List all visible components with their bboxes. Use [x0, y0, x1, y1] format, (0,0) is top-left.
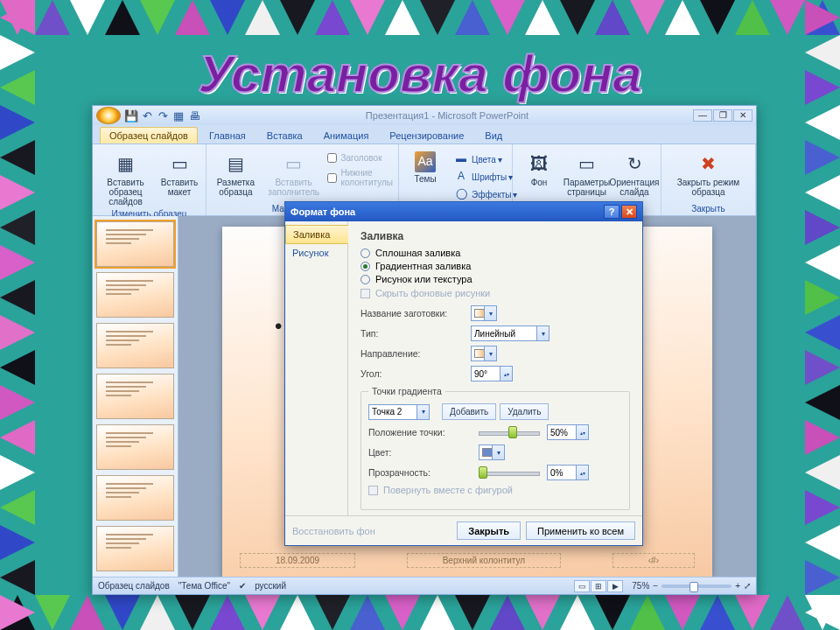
svg-marker-46: [770, 595, 805, 630]
slide-thumbnail[interactable]: [96, 374, 174, 419]
zoom-slider[interactable]: [662, 584, 732, 588]
slide-thumbnails-panel[interactable]: [93, 216, 178, 577]
transparency-spinner[interactable]: 0%▴▾: [547, 465, 589, 480]
maximize-button[interactable]: ❐: [713, 109, 732, 122]
slide-thumbnail[interactable]: [96, 221, 174, 267]
add-stop-button[interactable]: Добавить: [442, 403, 496, 420]
dialog-titlebar[interactable]: Формат фона ? ✕: [285, 202, 642, 221]
app-title: Презентация1 - Microsoft PowerPoint: [201, 110, 693, 121]
transparency-slider[interactable]: [479, 466, 540, 480]
sorter-view-button[interactable]: ⊞: [591, 580, 606, 592]
stop-combo[interactable]: Точка 2▾: [368, 404, 430, 420]
tab-view[interactable]: Вид: [475, 127, 512, 144]
window-close-button[interactable]: ✕: [733, 109, 752, 122]
position-slider[interactable]: [479, 425, 540, 439]
tab-slide-master[interactable]: Образец слайдов: [100, 127, 198, 144]
svg-marker-63: [0, 525, 35, 560]
fit-window-button[interactable]: ⤢: [744, 581, 751, 591]
apply-all-button[interactable]: Применить ко всем: [526, 522, 635, 540]
slide-thumbnail[interactable]: [96, 272, 174, 318]
type-label: Тип:: [360, 328, 464, 339]
footers-checkbox[interactable]: Нижние колонтитулы: [327, 168, 393, 187]
svg-marker-80: [805, 490, 840, 525]
dialog-footer: Восстановить фон Закрыть Применить ко вс…: [285, 515, 642, 545]
svg-marker-39: [525, 595, 560, 630]
svg-marker-40: [560, 595, 595, 630]
tab-home[interactable]: Главная: [200, 127, 256, 144]
master-layout-icon: ▤: [223, 151, 248, 176]
color-combo[interactable]: ▾: [479, 444, 505, 460]
radio-gradient-fill[interactable]: Градиентная заливка: [360, 261, 630, 271]
page-setup-button[interactable]: ▭Параметры страницы: [565, 150, 608, 199]
zoom-control: 75% − + ⤢: [632, 581, 751, 591]
angle-label: Угол:: [360, 368, 464, 379]
tab-animation[interactable]: Анимация: [314, 127, 379, 144]
effects-button[interactable]: ◯Эффекты ▾: [452, 186, 521, 202]
office-button[interactable]: [96, 107, 121, 124]
slide-thumbnail[interactable]: [96, 526, 174, 571]
radio-solid-fill[interactable]: Сплошная заливка: [360, 248, 630, 258]
normal-view-button[interactable]: ▭: [574, 580, 590, 592]
tab-review[interactable]: Рецензирование: [380, 127, 473, 144]
svg-marker-38: [490, 595, 525, 630]
title-checkbox[interactable]: Заголовок: [327, 153, 393, 163]
themes-button[interactable]: AaТемы: [404, 150, 446, 186]
svg-marker-62: [0, 490, 35, 525]
close-dialog-button[interactable]: Закрыть: [457, 522, 521, 540]
type-combo[interactable]: Линейный▾: [471, 326, 550, 341]
svg-marker-59: [0, 385, 35, 420]
slide-thumbnail[interactable]: [96, 475, 174, 521]
angle-spinner[interactable]: 90°▴▾: [471, 366, 513, 382]
background-button[interactable]: 🖼Фон: [518, 150, 560, 189]
svg-marker-30: [210, 595, 245, 630]
slideshow-view-button[interactable]: ▶: [607, 580, 623, 592]
nav-picture[interactable]: Рисунок: [285, 244, 347, 262]
dialog-close-button[interactable]: ✕: [621, 205, 637, 219]
orientation-button[interactable]: ↻Ориентация слайда: [613, 150, 655, 199]
svg-marker-31: [245, 595, 280, 630]
colors-icon: ▬: [455, 153, 467, 165]
table-icon[interactable]: ▦: [172, 108, 186, 122]
svg-marker-51: [0, 105, 35, 140]
spellcheck-icon: ✔: [239, 581, 246, 591]
insert-slide-master-button[interactable]: ▦Вставить образец слайдов: [98, 150, 153, 208]
dialog-help-button[interactable]: ?: [604, 205, 620, 219]
save-icon[interactable]: 💾: [124, 108, 138, 122]
colors-button[interactable]: ▬Цвета ▾: [452, 151, 521, 167]
svg-marker-53: [0, 175, 35, 210]
radio-picture-fill[interactable]: Рисунок или текстура: [360, 274, 630, 284]
fonts-button[interactable]: AШрифты ▾: [452, 169, 521, 185]
svg-marker-8: [280, 0, 315, 35]
zoom-level[interactable]: 75%: [632, 581, 649, 591]
status-language[interactable]: русский: [255, 581, 286, 591]
master-layout-button[interactable]: ▤Разметка образца: [212, 150, 260, 199]
redo-icon[interactable]: ↷: [156, 108, 170, 122]
slide-thumbnail[interactable]: [96, 424, 174, 470]
svg-marker-41: [595, 595, 630, 630]
fonts-icon: A: [455, 171, 467, 183]
direction-combo[interactable]: ▾: [471, 346, 497, 361]
close-master-button[interactable]: ✖Закрыть режим образца: [667, 150, 750, 199]
page-title: Установка фона: [0, 44, 840, 104]
slide-thumbnail[interactable]: [96, 323, 174, 368]
tab-insert[interactable]: Вставка: [257, 127, 312, 144]
svg-marker-73: [805, 245, 840, 280]
close-icon: ✖: [696, 151, 721, 176]
svg-marker-4: [140, 0, 175, 35]
minimize-button[interactable]: —: [693, 109, 712, 122]
quickprint-icon[interactable]: 🖶: [187, 108, 201, 122]
position-spinner[interactable]: 50%▴▾: [547, 424, 589, 440]
remove-stop-button[interactable]: Удалить: [500, 403, 549, 420]
preset-combo[interactable]: ▾: [471, 305, 497, 321]
rotate-with-shape-checkbox: Повернуть вместе с фигурой: [368, 485, 622, 495]
zoom-in-button[interactable]: +: [735, 581, 740, 591]
nav-fill[interactable]: Заливка: [285, 225, 348, 244]
insert-layout-button[interactable]: ▭Вставить макет: [158, 150, 200, 199]
undo-icon[interactable]: ↶: [140, 108, 154, 122]
format-background-dialog: Формат фона ? ✕ Заливка Рисунок Заливка …: [284, 201, 643, 546]
svg-marker-6: [210, 0, 245, 35]
zoom-out-button[interactable]: −: [653, 581, 658, 591]
svg-marker-54: [0, 210, 35, 245]
svg-marker-44: [700, 595, 735, 630]
svg-marker-81: [805, 525, 840, 560]
